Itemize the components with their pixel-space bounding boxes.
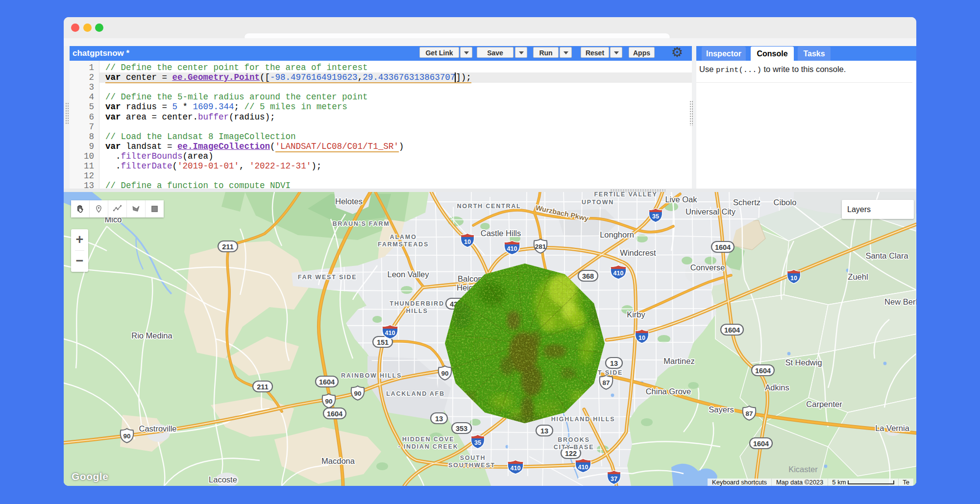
svg-text:FERTILE VALLEY: FERTILE VALLEY	[594, 192, 657, 198]
svg-text:Sayers: Sayers	[709, 405, 734, 414]
svg-text:SOUTHWEST: SOUTHWEST	[448, 462, 495, 469]
svg-text:35: 35	[474, 439, 481, 446]
svg-text:Universal City: Universal City	[686, 207, 736, 216]
svg-text:Lacoste: Lacoste	[209, 475, 237, 484]
svg-text:Converse: Converse	[690, 263, 725, 272]
svg-text:90: 90	[325, 398, 333, 405]
svg-text:HIDDEN COVE: HIDDEN COVE	[402, 436, 455, 443]
svg-text:Adkins: Adkins	[765, 383, 789, 392]
svg-text:Rio Medina: Rio Medina	[131, 331, 172, 340]
svg-text:1604: 1604	[755, 367, 771, 375]
svg-text:Zuehl: Zuehl	[848, 272, 868, 281]
svg-text:10: 10	[638, 335, 645, 341]
svg-text:410: 410	[507, 245, 517, 252]
svg-text:RAINBOW HILLS: RAINBOW HILLS	[341, 372, 402, 379]
svg-text:Castle Hills: Castle Hills	[481, 229, 521, 238]
svg-text:Schertz: Schertz	[733, 198, 760, 207]
svg-text:New Berlin: New Berlin	[884, 297, 916, 306]
svg-text:368: 368	[582, 272, 594, 280]
svg-text:Castroville: Castroville	[139, 424, 176, 433]
svg-text:HIGHLAND HILLS: HIGHLAND HILLS	[551, 416, 615, 423]
svg-text:BRAUN'S FARM: BRAUN'S FARM	[333, 220, 390, 227]
svg-text:211: 211	[222, 243, 233, 251]
svg-text:Martinez: Martinez	[663, 357, 694, 365]
svg-text:410: 410	[613, 270, 624, 277]
svg-text:Macdona: Macdona	[321, 456, 355, 465]
svg-text:UPTOWN: UPTOWN	[582, 199, 614, 206]
svg-text:Kirby: Kirby	[627, 310, 645, 319]
svg-text:13: 13	[435, 415, 443, 423]
svg-text:281: 281	[535, 243, 546, 250]
svg-text:China Grove: China Grove	[646, 387, 691, 396]
svg-text:10: 10	[790, 275, 797, 282]
svg-text:FAR WEST SIDE: FAR WEST SIDE	[298, 274, 357, 281]
svg-text:410: 410	[578, 464, 588, 471]
svg-text:Live Oak: Live Oak	[665, 195, 697, 204]
svg-text:FARMSTEADS: FARMSTEADS	[378, 241, 429, 248]
svg-text:353: 353	[456, 425, 467, 432]
svg-text:1604: 1604	[753, 440, 769, 448]
svg-text:- INDIAN CREEK: - INDIAN CREEK	[398, 443, 458, 450]
svg-text:Leon Valley: Leon Valley	[387, 270, 429, 279]
svg-text:Longhorn: Longhorn	[600, 230, 634, 239]
svg-text:NORTH CENTRAL: NORTH CENTRAL	[457, 203, 521, 210]
svg-text:SOUTH: SOUTH	[460, 455, 486, 461]
svg-text:90: 90	[354, 390, 362, 397]
svg-text:Carpenter: Carpenter	[806, 400, 842, 408]
svg-text:Helotes: Helotes	[335, 197, 363, 206]
svg-text:13: 13	[610, 360, 618, 367]
svg-text:ALAMO: ALAMO	[390, 234, 417, 240]
svg-text:410: 410	[511, 465, 521, 472]
svg-text:LACKLAND AFB: LACKLAND AFB	[386, 390, 445, 397]
svg-text:La Vernia: La Vernia	[875, 424, 910, 432]
svg-text:410: 410	[385, 330, 395, 336]
svg-text:1604: 1604	[715, 243, 731, 251]
svg-text:St Hedwig: St Hedwig	[785, 358, 822, 367]
svg-text:1604: 1604	[327, 410, 343, 418]
svg-text:10: 10	[464, 239, 471, 245]
svg-text:BROOKS: BROOKS	[558, 436, 590, 443]
svg-text:37: 37	[611, 476, 617, 482]
svg-text:1604: 1604	[724, 326, 740, 334]
svg-text:THUNDERBIRD: THUNDERBIRD	[390, 300, 444, 307]
svg-text:90: 90	[441, 370, 449, 377]
svg-text:87: 87	[746, 410, 753, 417]
svg-text:HILLS: HILLS	[406, 308, 428, 314]
svg-text:1604: 1604	[319, 378, 335, 386]
svg-text:Windcrest: Windcrest	[620, 248, 656, 257]
svg-text:CITY BASE: CITY BASE	[554, 444, 594, 451]
svg-text:211: 211	[257, 383, 268, 391]
svg-text:87: 87	[603, 379, 610, 386]
svg-text:35: 35	[652, 213, 659, 220]
svg-text:151: 151	[377, 338, 389, 346]
svg-text:Kicaster: Kicaster	[788, 465, 818, 474]
svg-text:Cibolo: Cibolo	[774, 198, 797, 207]
svg-text:90: 90	[123, 432, 131, 440]
svg-text:Santa Clara: Santa Clara	[865, 251, 908, 260]
svg-text:13: 13	[540, 427, 548, 435]
